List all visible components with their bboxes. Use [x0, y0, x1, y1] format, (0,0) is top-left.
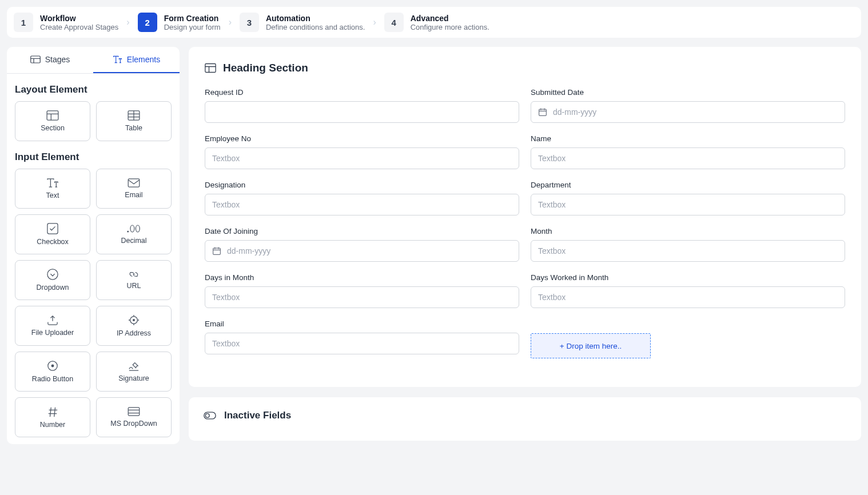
label-department: Department: [531, 181, 845, 189]
input-employee-no[interactable]: [212, 154, 512, 163]
element-url[interactable]: URL: [96, 260, 172, 300]
input-month[interactable]: [538, 246, 838, 256]
tab-stages-label: Stages: [45, 55, 70, 64]
email-icon: [128, 178, 140, 187]
element-ms-dropdown[interactable]: MS DropDown: [96, 397, 172, 437]
label-submitted-date: Submitted Date: [531, 88, 845, 97]
input-days-worked[interactable]: [538, 293, 838, 302]
step-sub-1: Create Approval Stages: [40, 23, 118, 31]
element-url-label: URL: [126, 282, 141, 290]
dropdown-icon: [47, 269, 58, 280]
element-dropdown[interactable]: Dropdown: [15, 260, 90, 300]
calendar-icon: [212, 246, 221, 256]
step-title-2: Form Creation: [164, 14, 221, 23]
svg-rect-3: [128, 179, 140, 187]
chevron-right-icon: ›: [121, 17, 135, 27]
element-text[interactable]: Text: [15, 169, 90, 209]
table-icon: [128, 110, 140, 121]
signature-icon: [128, 361, 140, 371]
field-days-in-month[interactable]: Days in Month: [205, 273, 519, 308]
input-department[interactable]: [538, 200, 838, 209]
svg-rect-4: [47, 223, 58, 234]
label-email: Email: [205, 320, 519, 328]
svg-rect-13: [128, 408, 140, 416]
input-name[interactable]: [538, 154, 838, 163]
step-advanced[interactable]: 4 Advanced Configure more actions.: [384, 13, 489, 32]
field-days-worked[interactable]: Days Worked in Month: [531, 273, 845, 308]
element-radio-label: Radio Button: [32, 375, 73, 383]
svg-rect-0: [30, 56, 40, 63]
input-group-title: Input Element: [7, 141, 180, 169]
element-checkbox[interactable]: Checkbox: [15, 214, 90, 254]
step-badge-3: 3: [240, 13, 259, 32]
element-file-uploader[interactable]: File Uploader: [15, 306, 90, 346]
step-badge-2: 2: [138, 13, 157, 32]
input-email[interactable]: [212, 339, 512, 348]
crosshair-icon: [128, 314, 140, 326]
step-automation[interactable]: 3 Automation Define conditions and actio…: [240, 13, 365, 32]
element-ip-label: IP Address: [117, 329, 151, 337]
field-employee-no[interactable]: Employee No: [205, 134, 519, 169]
element-ip-address[interactable]: IP Address: [96, 306, 172, 346]
step-badge-4: 4: [384, 13, 404, 32]
svg-rect-15: [539, 109, 547, 115]
svg-point-8: [47, 269, 58, 280]
step-sub-2: Design your form: [164, 23, 221, 31]
element-section[interactable]: Section: [15, 101, 90, 141]
element-section-label: Section: [41, 124, 65, 132]
multiselect-icon: [128, 407, 140, 416]
field-department[interactable]: Department: [531, 181, 845, 215]
field-name[interactable]: Name: [531, 134, 845, 169]
field-email[interactable]: Email: [205, 320, 519, 358]
svg-point-18: [205, 414, 209, 418]
chevron-right-icon: ›: [367, 17, 381, 27]
step-form-creation[interactable]: 2 Form Creation Design your form: [138, 13, 221, 32]
dropzone-wrapper: + Drop item here..: [531, 320, 845, 358]
label-days-worked: Days Worked in Month: [531, 273, 845, 282]
svg-point-12: [51, 365, 54, 367]
label-request-id: Request ID: [205, 88, 519, 97]
element-table[interactable]: Table: [96, 101, 172, 141]
element-text-label: Text: [46, 191, 59, 199]
element-msdd-label: MS DropDown: [110, 420, 157, 428]
field-request-id[interactable]: Request ID: [205, 88, 519, 123]
label-month: Month: [531, 227, 845, 235]
element-email[interactable]: Email: [96, 169, 172, 209]
section-title: Heading Section: [223, 62, 308, 74]
drop-item-zone[interactable]: + Drop item here..: [531, 333, 651, 358]
step-title-4: Advanced: [411, 14, 489, 23]
element-signature-label: Signature: [118, 374, 149, 382]
element-signature[interactable]: Signature: [96, 352, 172, 392]
input-request-id[interactable]: [212, 107, 512, 117]
label-doj: Date Of Joining: [205, 227, 519, 235]
field-month[interactable]: Month: [531, 227, 845, 262]
element-number[interactable]: Number: [15, 397, 90, 437]
input-days-month[interactable]: [212, 293, 512, 302]
field-submitted-date[interactable]: Submitted Date: [531, 88, 845, 123]
hash-icon: [47, 406, 58, 417]
url-icon: [128, 270, 140, 278]
element-radio-button[interactable]: Radio Button: [15, 352, 90, 392]
svg-point-6: [130, 225, 134, 232]
field-designation[interactable]: Designation: [205, 181, 519, 215]
svg-point-7: [136, 225, 140, 232]
svg-rect-16: [213, 248, 221, 254]
section-icon: [46, 110, 59, 121]
checkbox-icon: [47, 223, 58, 234]
element-decimal[interactable]: Decimal: [96, 214, 172, 254]
element-checkbox-label: Checkbox: [37, 238, 69, 246]
input-designation[interactable]: [212, 200, 512, 209]
tab-elements[interactable]: Elements: [93, 47, 180, 73]
tab-stages[interactable]: Stages: [7, 47, 93, 73]
svg-point-5: [128, 231, 129, 232]
step-workflow[interactable]: 1 Workflow Create Approval Stages: [14, 13, 118, 32]
field-date-of-joining[interactable]: Date Of Joining: [205, 227, 519, 262]
input-submitted-date[interactable]: [553, 107, 838, 117]
input-doj[interactable]: [227, 246, 512, 256]
form-canvas: Heading Section Request ID Submitted Dat…: [189, 47, 861, 387]
inactive-fields-panel[interactable]: Inactive Fields: [189, 397, 861, 441]
element-number-label: Number: [40, 421, 65, 429]
stepper: 1 Workflow Create Approval Stages › 2 Fo…: [7, 7, 861, 38]
radio-icon: [47, 360, 58, 372]
dropzone-label: + Drop item here..: [560, 342, 622, 350]
